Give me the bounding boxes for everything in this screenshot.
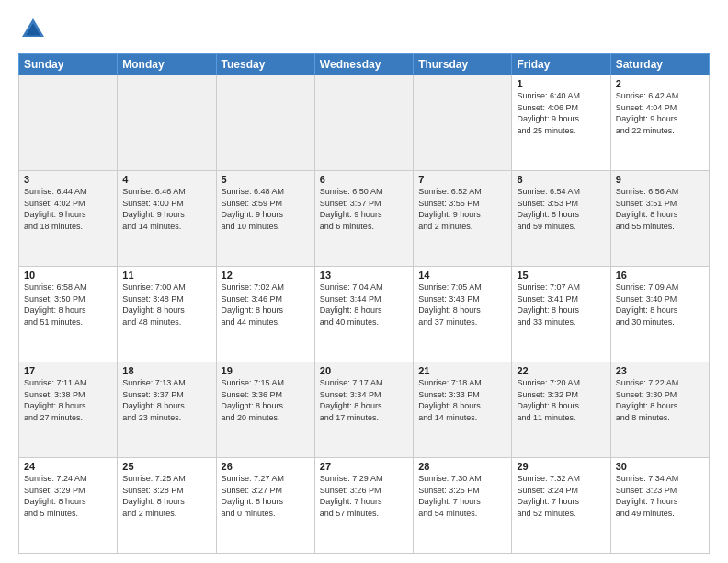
day-info: Sunrise: 6:42 AMSunset: 4:04 PMDaylight:… <box>616 90 704 136</box>
weekday-friday: Friday <box>512 54 610 75</box>
weekday-saturday: Saturday <box>610 54 709 75</box>
day-info: Sunrise: 6:50 AMSunset: 3:57 PMDaylight:… <box>320 186 408 232</box>
day-info: Sunrise: 7:17 AMSunset: 3:34 PMDaylight:… <box>320 377 408 423</box>
day-number: 27 <box>320 461 408 472</box>
day-info: Sunrise: 7:30 AMSunset: 3:25 PMDaylight:… <box>418 473 506 519</box>
day-info: Sunrise: 7:27 AMSunset: 3:27 PMDaylight:… <box>222 473 310 519</box>
header <box>18 15 710 44</box>
day-info: Sunrise: 7:34 AMSunset: 3:23 PMDaylight:… <box>616 473 704 519</box>
day-cell-30: 30Sunrise: 7:34 AMSunset: 3:23 PMDayligh… <box>610 458 709 554</box>
day-number: 30 <box>616 461 704 472</box>
day-cell-17: 17Sunrise: 7:11 AMSunset: 3:38 PMDayligh… <box>19 362 118 458</box>
day-cell-26: 26Sunrise: 7:27 AMSunset: 3:27 PMDayligh… <box>216 458 314 554</box>
weekday-sunday: Sunday <box>19 54 118 75</box>
day-cell-28: 28Sunrise: 7:30 AMSunset: 3:25 PMDayligh… <box>414 458 512 554</box>
day-number: 14 <box>418 270 506 281</box>
day-info: Sunrise: 7:11 AMSunset: 3:38 PMDaylight:… <box>24 377 112 423</box>
empty-cell <box>216 75 314 171</box>
day-number: 3 <box>24 174 112 185</box>
day-cell-21: 21Sunrise: 7:18 AMSunset: 3:33 PMDayligh… <box>414 362 512 458</box>
day-cell-25: 25Sunrise: 7:25 AMSunset: 3:28 PMDayligh… <box>118 458 216 554</box>
weekday-thursday: Thursday <box>414 54 512 75</box>
day-info: Sunrise: 6:44 AMSunset: 4:02 PMDaylight:… <box>24 186 112 232</box>
day-cell-10: 10Sunrise: 6:58 AMSunset: 3:50 PMDayligh… <box>19 267 118 362</box>
day-info: Sunrise: 6:56 AMSunset: 3:51 PMDaylight:… <box>616 186 704 232</box>
day-cell-6: 6Sunrise: 6:50 AMSunset: 3:57 PMDaylight… <box>314 171 413 267</box>
day-number: 21 <box>418 365 506 376</box>
day-cell-15: 15Sunrise: 7:07 AMSunset: 3:41 PMDayligh… <box>512 267 610 362</box>
week-row-1: 1Sunrise: 6:40 AMSunset: 4:06 PMDaylight… <box>19 75 710 171</box>
week-row-3: 10Sunrise: 6:58 AMSunset: 3:50 PMDayligh… <box>19 267 710 362</box>
day-info: Sunrise: 7:00 AMSunset: 3:48 PMDaylight:… <box>122 282 210 327</box>
empty-cell <box>314 75 413 171</box>
day-cell-7: 7Sunrise: 6:52 AMSunset: 3:55 PMDaylight… <box>414 171 512 267</box>
day-number: 23 <box>616 365 704 376</box>
day-number: 11 <box>122 270 210 281</box>
day-info: Sunrise: 6:52 AMSunset: 3:55 PMDaylight:… <box>418 186 506 232</box>
page: SundayMondayTuesdayWednesdayThursdayFrid… <box>0 0 728 563</box>
day-info: Sunrise: 7:07 AMSunset: 3:41 PMDaylight:… <box>517 282 605 327</box>
day-cell-1: 1Sunrise: 6:40 AMSunset: 4:06 PMDaylight… <box>512 75 610 171</box>
day-info: Sunrise: 7:25 AMSunset: 3:28 PMDaylight:… <box>122 473 210 519</box>
day-number: 8 <box>517 174 605 185</box>
day-info: Sunrise: 6:54 AMSunset: 3:53 PMDaylight:… <box>517 186 605 232</box>
day-cell-19: 19Sunrise: 7:15 AMSunset: 3:36 PMDayligh… <box>216 362 314 458</box>
day-info: Sunrise: 6:46 AMSunset: 4:00 PMDaylight:… <box>122 186 210 232</box>
day-cell-11: 11Sunrise: 7:00 AMSunset: 3:48 PMDayligh… <box>118 267 216 362</box>
day-info: Sunrise: 7:24 AMSunset: 3:29 PMDaylight:… <box>24 473 112 519</box>
day-number: 13 <box>320 270 408 281</box>
day-info: Sunrise: 7:20 AMSunset: 3:32 PMDaylight:… <box>517 377 605 423</box>
day-cell-5: 5Sunrise: 6:48 AMSunset: 3:59 PMDaylight… <box>216 171 314 267</box>
day-number: 5 <box>222 174 310 185</box>
day-cell-22: 22Sunrise: 7:20 AMSunset: 3:32 PMDayligh… <box>512 362 610 458</box>
week-row-2: 3Sunrise: 6:44 AMSunset: 4:02 PMDaylight… <box>19 171 710 267</box>
logo-icon <box>18 15 48 44</box>
day-info: Sunrise: 7:22 AMSunset: 3:30 PMDaylight:… <box>616 377 704 423</box>
day-cell-8: 8Sunrise: 6:54 AMSunset: 3:53 PMDaylight… <box>512 171 610 267</box>
day-info: Sunrise: 6:48 AMSunset: 3:59 PMDaylight:… <box>222 186 310 232</box>
day-info: Sunrise: 7:29 AMSunset: 3:26 PMDaylight:… <box>320 473 408 519</box>
day-cell-18: 18Sunrise: 7:13 AMSunset: 3:37 PMDayligh… <box>118 362 216 458</box>
day-number: 10 <box>24 270 112 281</box>
day-info: Sunrise: 7:04 AMSunset: 3:44 PMDaylight:… <box>320 282 408 327</box>
day-number: 1 <box>517 78 605 89</box>
day-number: 26 <box>222 461 310 472</box>
day-number: 28 <box>418 461 506 472</box>
day-number: 12 <box>222 270 310 281</box>
day-info: Sunrise: 7:13 AMSunset: 3:37 PMDaylight:… <box>122 377 210 423</box>
day-info: Sunrise: 6:58 AMSunset: 3:50 PMDaylight:… <box>24 282 112 327</box>
day-info: Sunrise: 7:15 AMSunset: 3:36 PMDaylight:… <box>222 377 310 423</box>
week-row-5: 24Sunrise: 7:24 AMSunset: 3:29 PMDayligh… <box>19 458 710 554</box>
day-cell-20: 20Sunrise: 7:17 AMSunset: 3:34 PMDayligh… <box>314 362 413 458</box>
day-number: 29 <box>517 461 605 472</box>
day-number: 25 <box>122 461 210 472</box>
logo <box>18 15 51 44</box>
day-info: Sunrise: 7:32 AMSunset: 3:24 PMDaylight:… <box>517 473 605 519</box>
day-number: 24 <box>24 461 112 472</box>
day-cell-4: 4Sunrise: 6:46 AMSunset: 4:00 PMDaylight… <box>118 171 216 267</box>
day-cell-27: 27Sunrise: 7:29 AMSunset: 3:26 PMDayligh… <box>314 458 413 554</box>
day-info: Sunrise: 7:18 AMSunset: 3:33 PMDaylight:… <box>418 377 506 423</box>
day-cell-3: 3Sunrise: 6:44 AMSunset: 4:02 PMDaylight… <box>19 171 118 267</box>
day-number: 19 <box>222 365 310 376</box>
day-cell-9: 9Sunrise: 6:56 AMSunset: 3:51 PMDaylight… <box>610 171 709 267</box>
day-info: Sunrise: 7:09 AMSunset: 3:40 PMDaylight:… <box>616 282 704 327</box>
day-number: 6 <box>320 174 408 185</box>
weekday-wednesday: Wednesday <box>314 54 413 75</box>
calendar: SundayMondayTuesdayWednesdayThursdayFrid… <box>18 53 710 554</box>
empty-cell <box>118 75 216 171</box>
day-info: Sunrise: 7:05 AMSunset: 3:43 PMDaylight:… <box>418 282 506 327</box>
weekday-tuesday: Tuesday <box>216 54 314 75</box>
empty-cell <box>19 75 118 171</box>
day-number: 18 <box>122 365 210 376</box>
day-number: 22 <box>517 365 605 376</box>
week-row-4: 17Sunrise: 7:11 AMSunset: 3:38 PMDayligh… <box>19 362 710 458</box>
day-cell-2: 2Sunrise: 6:42 AMSunset: 4:04 PMDaylight… <box>610 75 709 171</box>
day-number: 20 <box>320 365 408 376</box>
weekday-monday: Monday <box>118 54 216 75</box>
day-cell-13: 13Sunrise: 7:04 AMSunset: 3:44 PMDayligh… <box>314 267 413 362</box>
day-cell-16: 16Sunrise: 7:09 AMSunset: 3:40 PMDayligh… <box>610 267 709 362</box>
day-cell-23: 23Sunrise: 7:22 AMSunset: 3:30 PMDayligh… <box>610 362 709 458</box>
day-number: 7 <box>418 174 506 185</box>
day-number: 2 <box>616 78 704 89</box>
